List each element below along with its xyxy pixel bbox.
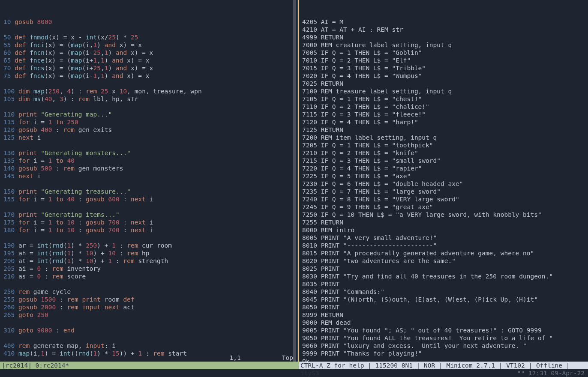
code-line[interactable]: 140 gosub 500 : rem gen monsters: [3, 165, 297, 172]
terminal-line: 7010 IF Q = 2 THEN L$ = "Elf": [302, 57, 588, 64]
terminal-line: 9060 PRINT "luxury and excess. Until you…: [302, 342, 588, 350]
terminal-line: 8005 PRINT "A very small adventure!": [302, 234, 588, 242]
code-line[interactable]: 60 def fncn(x) = (map(i-25,1) and x) = x: [3, 49, 297, 57]
terminal-line: 7025 RETURN: [302, 80, 588, 87]
terminal-line: 8030 PRINT "Try and find all 40 treasure…: [302, 272, 588, 280]
code-line[interactable]: 155 for i = 1 to 40 : gosub 600 : next i: [3, 195, 297, 203]
code-line[interactable]: 150 print "Generating treasure...": [3, 188, 297, 195]
ruler-position: 1,1 Top: [230, 354, 293, 362]
terminal-line: 7250 IF Q = 10 THEN L$ = "a VERY large s…: [302, 211, 588, 218]
code-line[interactable]: [3, 80, 297, 87]
right-terminal-pane[interactable]: 4205 AI = M4210 AT = AT + AI : REM str49…: [298, 0, 588, 362]
code-line[interactable]: 145 next i: [3, 172, 297, 180]
code-line[interactable]: 170 print "Generating items...": [3, 211, 297, 218]
editor-container: 10 gosub 8000 50 def fnmod(x) = x - int(…: [0, 0, 588, 362]
code-line[interactable]: 125 next i: [3, 134, 297, 141]
code-line[interactable]: 50 def fnmod(x) = x - int(x/25) * 25: [3, 33, 297, 41]
code-line[interactable]: [3, 180, 297, 188]
scrollbar[interactable]: [293, 0, 296, 362]
tmux-status-left: [rc2014] 0:rc2014*: [0, 362, 299, 369]
terminal-line: 7230 IF Q = 6 THEN L$ = "double headed a…: [302, 180, 588, 188]
code-line[interactable]: [3, 203, 297, 211]
terminal-line: 8040 PRINT "Commands:": [302, 288, 588, 296]
code-line[interactable]: 75 def fncw(x) = (map(i-1,1) and x) = x: [3, 72, 297, 80]
terminal-line: 7225 IF Q = 5 THEN L$ = "axe": [302, 172, 588, 180]
code-line[interactable]: 105 dim ms(40, 3) : rem lbl, hp, str: [3, 95, 297, 103]
terminal-line: 7020 IF Q = 4 THEN L$ = "Wumpus": [302, 72, 588, 80]
status-bar: [rc2014] 0:rc2014* CTRL-A Z for help | 1…: [0, 362, 588, 369]
code-line[interactable]: 265 goto 250: [3, 311, 297, 319]
terminal-line: 4205 AI = M: [302, 18, 588, 26]
left-code-area[interactable]: 10 gosub 8000 50 def fnmod(x) = x - int(…: [3, 18, 297, 362]
code-line[interactable]: [3, 141, 297, 149]
terminal-line: 8020 PRINT "two adventures are the same.…: [302, 257, 588, 265]
terminal-line: 7205 IF Q = 1 THEN L$ = "toothpick": [302, 141, 588, 149]
code-line[interactable]: 180 for i = 1 to 10 : gosub 700 : next i: [3, 226, 297, 234]
code-line[interactable]: 200 at = int(rnd(1) * 10) + 1 : rem stre…: [3, 257, 297, 265]
code-line[interactable]: 255 gosub 1500 : rem print room def: [3, 296, 297, 303]
minicom-status-right: CTRL-A Z for help | 115200 8N1 | NOR | M…: [299, 362, 588, 369]
terminal-line: 8000 REM intro: [302, 226, 588, 234]
terminal-line: 8025 PRINT: [302, 265, 588, 272]
right-terminal-output[interactable]: 4205 AI = M4210 AT = AT + AI : REM str49…: [302, 18, 588, 362]
terminal-line: 8045 PRINT "(N)orth, (S)outh, (E)ast, (W…: [302, 296, 588, 303]
terminal-line: 7255 RETURN: [302, 218, 588, 226]
code-line[interactable]: 115 for i = 1 to 250: [3, 118, 297, 126]
terminal-line: 8050 PRINT: [302, 303, 588, 311]
terminal-line: 7120 IF Q = 4 THEN L$ = "harp!": [302, 118, 588, 126]
terminal-line: 8010 PRINT "-----------------------": [302, 242, 588, 249]
code-line[interactable]: 10 gosub 8000: [3, 18, 297, 26]
code-line[interactable]: 130 print "Generating monsters...": [3, 149, 297, 157]
code-line[interactable]: [3, 319, 297, 326]
terminal-line: 7100 REM treasure label setting, input q: [302, 87, 588, 95]
code-line[interactable]: 110 print "Generating map...": [3, 111, 297, 118]
code-line[interactable]: [3, 103, 297, 111]
terminal-line: 7105 IF Q = 1 THEN L$ = "chest!": [302, 95, 588, 103]
code-line[interactable]: 205 ai = 0 : rem inventory: [3, 265, 297, 272]
code-line[interactable]: [3, 280, 297, 288]
code-line[interactable]: [3, 234, 297, 242]
terminal-line: 7005 IF Q = 1 THEN L$ = "Goblin": [302, 49, 588, 57]
terminal-line: 9000 REM dead: [302, 319, 588, 326]
code-line[interactable]: 120 gosub 400 : rem gen exits: [3, 126, 297, 134]
code-line[interactable]: 190 ar = int(rnd(1) * 250) + 1 : rem cur…: [3, 242, 297, 249]
terminal-line: 7200 REM item label setting, input q: [302, 134, 588, 141]
code-line[interactable]: [3, 334, 297, 342]
code-line[interactable]: 65 def fnce(x) = (map(i+1,1) and x) = x: [3, 57, 297, 64]
terminal-line: 7220 IF Q = 4 THEN L$ = "rapier": [302, 165, 588, 172]
terminal-line: 4999 RETURN: [302, 33, 588, 41]
terminal-line: 7110 IF Q = 2 THEN L$ = "chalice!": [302, 103, 588, 111]
terminal-line: 4210 AT = AT + AI : REM str: [302, 26, 588, 33]
code-line[interactable]: [3, 26, 297, 33]
terminal-line: 9050 PRINT "You found ALL the treasures!…: [302, 334, 588, 342]
terminal-line: 8015 PRINT "A procedurally generated adv…: [302, 249, 588, 257]
terminal-line: 7245 IF Q = 9 THEN L$ = "great axe": [302, 203, 588, 211]
terminal-line: 7125 RETURN: [302, 126, 588, 134]
clock-date: "" 17:31 09-Apr-22: [517, 370, 585, 377]
terminal-line: 7015 IF Q = 3 THEN L$ = "Tribble": [302, 64, 588, 72]
terminal-line: 9005 PRINT "You found "; AS; " out of 40…: [302, 326, 588, 334]
code-line[interactable]: 135 for i = 1 to 40: [3, 157, 297, 165]
code-line[interactable]: 55 def fnci(x) = (map(i,1) and x) = x: [3, 41, 297, 49]
terminal-line: 7235 IF Q = 7 THEN L$ = "large sword": [302, 188, 588, 195]
terminal-line: 7115 IF Q = 3 THEN L$ = "fleece!": [302, 111, 588, 118]
terminal-line: 7210 IF Q = 2 THEN L$ = "knife": [302, 149, 588, 157]
terminal-line: 7240 IF Q = 8 THEN L$ = "VERY large swor…: [302, 195, 588, 203]
terminal-line: 7215 IF Q = 3 THEN L$ = "small sword": [302, 157, 588, 165]
code-line[interactable]: 250 rem game cycle: [3, 288, 297, 296]
code-line[interactable]: 100 dim map(250, 4) : rem 25 x 10, mon, …: [3, 87, 297, 95]
bottom-info-bar: "" 17:31 09-Apr-22: [0, 369, 588, 377]
code-line[interactable]: 70 def fncs(x) = (map(i+25,1) and x) = x: [3, 64, 297, 72]
code-line[interactable]: 210 as = 0 : rem score: [3, 272, 297, 280]
code-line[interactable]: 400 rem generate map, input: i: [3, 342, 297, 350]
terminal-line: 7000 REM creature label setting, input q: [302, 41, 588, 49]
code-line[interactable]: 310 goto 9000 : end: [3, 326, 297, 334]
terminal-line: 8999 RETURN: [302, 311, 588, 319]
code-line[interactable]: 175 for i = 1 to 10 : gosub 700 : next i: [3, 218, 297, 226]
terminal-line: Ok: [302, 357, 588, 362]
code-line[interactable]: 260 gosub 2000 : rem input next act: [3, 303, 297, 311]
code-line[interactable]: 195 ah = int(rnd(1) * 10) + 10 : rem hp: [3, 249, 297, 257]
terminal-line: 9999 PRINT "Thanks for playing!": [302, 350, 588, 357]
terminal-line: 8035 PRINT: [302, 280, 588, 288]
left-editor-pane[interactable]: 10 gosub 8000 50 def fnmod(x) = x - int(…: [0, 0, 298, 362]
